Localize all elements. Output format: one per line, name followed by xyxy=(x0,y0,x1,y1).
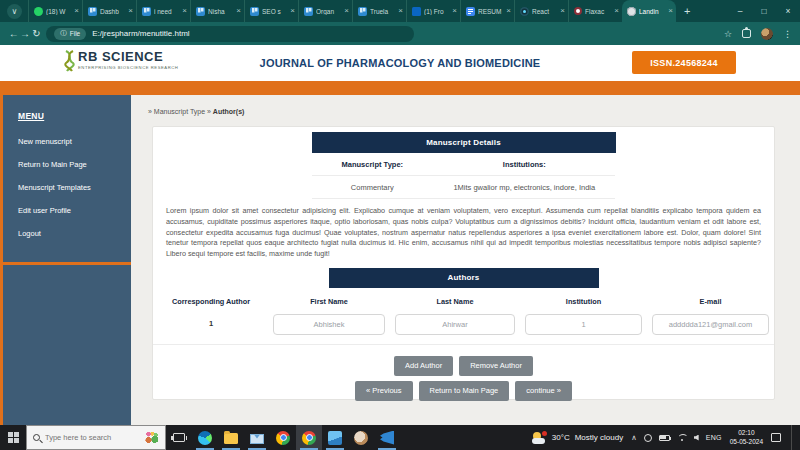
bookmark-star-icon[interactable]: ☆ xyxy=(724,29,732,39)
document-icon xyxy=(466,7,475,16)
wifi-icon[interactable] xyxy=(677,434,687,442)
taskbar-app-chrome[interactable] xyxy=(270,425,296,450)
breadcrumb: » Manuscript Type » Author(s) xyxy=(148,108,244,115)
new-tab-button[interactable]: + xyxy=(684,5,690,17)
browser-tab-linkedin[interactable]: (1) Fro× xyxy=(406,0,460,22)
taskbar-app-chrome-active[interactable] xyxy=(296,425,322,450)
table-cell xyxy=(390,313,520,335)
close-icon[interactable]: × xyxy=(668,7,673,15)
search-input[interactable] xyxy=(45,433,127,442)
close-icon[interactable]: × xyxy=(398,7,403,15)
browser-tab-organ[interactable]: Organ× xyxy=(298,0,352,22)
browser-tab-whatsapp[interactable]: (18) W× xyxy=(28,0,82,22)
trello-icon xyxy=(358,7,367,16)
speaker-icon[interactable] xyxy=(694,435,699,441)
issn-button[interactable]: ISSN.24568244 xyxy=(632,51,736,74)
close-icon[interactable]: × xyxy=(128,7,133,15)
browser-tab-ineed[interactable]: i need× xyxy=(136,0,190,22)
notification-center-icon[interactable] xyxy=(771,433,781,442)
hidden-icons-chevron-icon[interactable]: ∧ xyxy=(631,433,637,442)
first-name-input[interactable] xyxy=(273,314,385,335)
window-close-icon[interactable]: × xyxy=(776,6,800,16)
weather-temp: 30°C xyxy=(552,433,570,442)
browser-tab-dashboard[interactable]: Dashb× xyxy=(82,0,136,22)
close-icon[interactable]: × xyxy=(452,7,457,15)
browser-tab-flaxac[interactable]: Flaxac× xyxy=(568,0,622,22)
manuscript-details-table: Manuscript Type: Institutions: Commentar… xyxy=(312,153,616,199)
close-icon[interactable]: × xyxy=(614,7,619,15)
remove-author-button[interactable]: Remove Author xyxy=(459,356,533,376)
continue-button[interactable]: continue » xyxy=(515,381,572,401)
minimize-icon[interactable]: – xyxy=(728,6,752,16)
react-icon xyxy=(520,7,529,16)
taskbar-app-paint3d[interactable] xyxy=(348,425,374,450)
profile-avatar[interactable] xyxy=(761,28,773,40)
institution-input[interactable] xyxy=(525,314,642,335)
previous-button[interactable]: « Previous xyxy=(355,381,412,401)
manuscript-type-header: Manuscript Type: xyxy=(312,153,434,176)
onedrive-icon[interactable] xyxy=(644,434,652,442)
clock-time: 02:10 xyxy=(730,429,763,438)
forward-icon[interactable]: → xyxy=(19,28,30,39)
globe-icon xyxy=(627,7,636,16)
email-input[interactable] xyxy=(652,314,769,335)
add-author-button[interactable]: Add Author xyxy=(394,356,453,376)
sidebar-item-logout[interactable]: Logout xyxy=(18,229,131,238)
taskbar-app-explorer[interactable] xyxy=(218,425,244,450)
edge-icon xyxy=(198,431,212,445)
close-icon[interactable]: × xyxy=(290,7,295,15)
trello-icon xyxy=(142,7,151,16)
close-icon[interactable]: × xyxy=(344,7,349,15)
close-icon[interactable]: × xyxy=(560,7,565,15)
browser-tab-react[interactable]: React× xyxy=(514,0,568,22)
weather-widget[interactable]: 30°C Mostly cloudy xyxy=(532,432,623,444)
return-main-page-button[interactable]: Return to Main Page xyxy=(419,381,510,401)
windows-taskbar: 30°C Mostly cloudy ∧ ENG 02:10 05-05-202… xyxy=(0,425,800,450)
close-icon[interactable]: × xyxy=(236,7,241,15)
taskbar-app-vscode[interactable] xyxy=(374,425,400,450)
last-name-input[interactable] xyxy=(395,314,515,335)
file-scheme-chip: ⓘFile xyxy=(54,28,86,40)
table-cell xyxy=(520,313,647,335)
back-icon[interactable]: ← xyxy=(8,28,19,39)
tab-search-icon[interactable]: ∨ xyxy=(7,4,22,19)
sidebar-item-return-main[interactable]: Return to Main Page xyxy=(18,160,131,169)
sidebar-item-templates[interactable]: Menuscript Templates xyxy=(18,183,131,192)
close-icon[interactable]: × xyxy=(182,7,187,15)
language-indicator[interactable]: ENG xyxy=(706,434,722,441)
taskbar-app-mail[interactable] xyxy=(244,425,270,450)
task-view-button[interactable] xyxy=(166,425,192,450)
sidebar-item-new-manuscript[interactable]: New menuscript xyxy=(18,137,131,146)
start-button[interactable] xyxy=(0,425,26,450)
browser-tab-landing-active[interactable]: Landin× xyxy=(622,0,676,22)
ring-icon xyxy=(574,7,582,15)
battery-icon[interactable] xyxy=(659,435,670,441)
browser-tab-nisha[interactable]: Nisha× xyxy=(190,0,244,22)
taskbar-app-edge[interactable] xyxy=(192,425,218,450)
close-icon[interactable]: × xyxy=(506,7,511,15)
accent-bar xyxy=(0,81,800,95)
tab-title: i need xyxy=(154,8,180,15)
column-header-institution: Institution xyxy=(520,293,647,306)
reload-icon[interactable]: ↻ xyxy=(31,28,42,39)
chevron-down-icon: ∨ xyxy=(12,7,18,16)
author-actions: Add Author Remove Author xyxy=(153,356,774,376)
browser-tab-seo[interactable]: SEO s× xyxy=(244,0,298,22)
extensions-icon[interactable] xyxy=(742,29,751,38)
column-header-first-name: First Name xyxy=(268,293,390,306)
tab-title: Organ xyxy=(316,8,342,15)
show-desktop-button[interactable] xyxy=(791,425,794,450)
browser-menu-icon[interactable]: ⋮ xyxy=(783,29,792,39)
taskbar-clock[interactable]: 02:10 05-05-2024 xyxy=(730,429,763,447)
system-tray-area: 30°C Mostly cloudy ∧ ENG 02:10 05-05-202… xyxy=(532,425,800,450)
url-bar[interactable]: ⓘFile E:/jrespharm/menutitle.html xyxy=(46,26,414,42)
browser-tab-truela[interactable]: Truela× xyxy=(352,0,406,22)
sidebar-item-edit-profile[interactable]: Edit user Profile xyxy=(18,206,131,215)
taskbar-app-photos[interactable] xyxy=(322,425,348,450)
browser-tab-resume[interactable]: RESUM× xyxy=(460,0,514,22)
maximize-icon[interactable]: □ xyxy=(752,6,776,16)
close-icon[interactable]: × xyxy=(74,7,79,15)
tab-title: Truela xyxy=(370,8,396,15)
taskbar-search[interactable] xyxy=(26,425,166,450)
tab-title: React xyxy=(532,8,558,15)
